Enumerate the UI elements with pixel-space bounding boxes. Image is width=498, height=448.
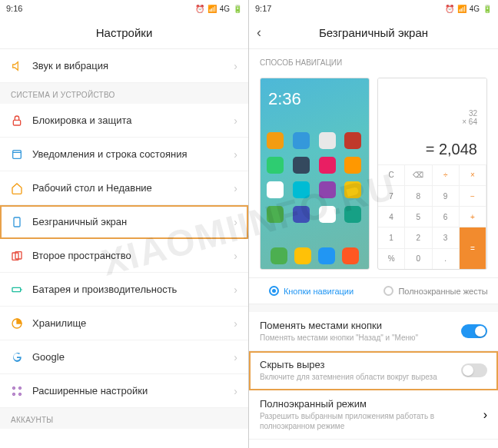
sound-icon xyxy=(11,60,32,72)
row-label: Хранилище xyxy=(32,317,234,329)
setting-fsmode[interactable]: Полноэкранный режим Разрешить выбранным … xyxy=(249,390,498,440)
row-label: Расширенные настройки xyxy=(32,385,234,397)
section-accounts: АККАУНТЫ xyxy=(0,408,248,429)
chevron-right-icon: › xyxy=(234,317,237,330)
signal-icon: 📶 xyxy=(457,5,466,13)
row-label: Безграничный экран xyxy=(32,216,234,227)
nav-gestures-option[interactable]: Полноэкранные жесты xyxy=(374,278,498,304)
setting-title: Поменять местами кнопки xyxy=(260,320,461,331)
notif-icon xyxy=(11,148,32,161)
fullscreen-icon xyxy=(11,216,32,228)
advanced-icon xyxy=(11,385,32,397)
chevron-right-icon: › xyxy=(234,284,237,296)
header-right: ‹ Безграничный экран xyxy=(249,17,498,49)
second-icon xyxy=(11,250,32,262)
radio-on-icon xyxy=(269,286,279,296)
row-sound[interactable]: Звук и вибрация › xyxy=(0,49,248,83)
status-time: 9:16 xyxy=(6,4,22,13)
signal-icon: 📶 xyxy=(208,5,217,13)
row-label: Батарея и производительность xyxy=(32,284,234,295)
network-label: 4G xyxy=(220,5,230,13)
chevron-right-icon: › xyxy=(234,182,237,194)
row-label: Звук и вибрация xyxy=(32,60,234,71)
header-left: Настройки xyxy=(0,17,248,49)
setting-subtitle: Включите для затемнения области вокруг в… xyxy=(260,372,461,382)
nav-method-options: Кнопки навигации Полноэкранные жесты xyxy=(249,277,498,304)
section-system: СИСТЕМА И УСТРОЙСТВО xyxy=(0,83,248,104)
settings-screen: 9:16 ⏰ 📶 4G 🔋 Настройки Звук и вибрация … xyxy=(0,0,249,448)
chevron-right-icon: › xyxy=(234,148,237,161)
setting-subtitle: Поменять местами кнопки "Назад" и "Меню" xyxy=(260,333,461,343)
svg-rect-0 xyxy=(13,120,20,125)
svg-rect-3 xyxy=(14,217,20,227)
toggle-swap[interactable] xyxy=(461,324,487,338)
battery-icon xyxy=(11,284,32,296)
storage-icon xyxy=(11,317,32,330)
setting-hidecutout[interactable]: Скрыть вырез Включите для затемнения обл… xyxy=(249,351,498,390)
row-label: Рабочий стол и Недавние xyxy=(32,182,234,194)
row-storage[interactable]: Хранилище › xyxy=(0,307,248,340)
row-label: Уведомления и строка состояния xyxy=(32,148,234,160)
alarm-icon: ⏰ xyxy=(195,5,204,13)
battery-icon: 🔋 xyxy=(233,5,242,13)
svg-point-9 xyxy=(13,387,15,389)
google-icon xyxy=(11,351,32,363)
chevron-right-icon: › xyxy=(234,250,237,262)
row-label: Google xyxy=(32,351,234,363)
toggle-hidecutout[interactable] xyxy=(461,363,487,377)
preview-app-grid xyxy=(267,132,363,223)
back-button[interactable]: ‹ xyxy=(257,25,261,41)
row-battery[interactable]: Батарея и производительность › xyxy=(0,273,248,307)
setting-swap[interactable]: Поменять местами кнопки Поменять местами… xyxy=(249,312,498,351)
page-title: Безграничный экран xyxy=(319,26,428,39)
nav-method-label: СПОСОБ НАВИГАЦИИ xyxy=(249,49,498,73)
svg-rect-6 xyxy=(12,287,21,291)
statusbar-right: 9:17 ⏰ 📶 4G 🔋 xyxy=(249,0,498,17)
statusbar-left: 9:16 ⏰ 📶 4G 🔋 xyxy=(0,0,248,17)
page-title: Настройки xyxy=(96,26,153,39)
calc-keys: C⌫÷× 789− 456+ 123= %0. xyxy=(378,164,486,269)
row-google[interactable]: Google › xyxy=(0,340,248,374)
nav-buttons-option[interactable]: Кнопки навигации xyxy=(249,278,374,304)
row-label: Блокировка и защита xyxy=(32,114,234,126)
row-second[interactable]: Второе пространство › xyxy=(0,239,248,273)
setting-subtitle: Разрешить выбранным приложениям работать… xyxy=(260,411,483,431)
alarm-icon: ⏰ xyxy=(445,5,454,13)
fullscreen-settings-screen: 9:17 ⏰ 📶 4G 🔋 ‹ Безграничный экран СПОСО… xyxy=(249,0,498,448)
preview-gestures[interactable]: 32× 64 = 2,048 C⌫÷× 789− 456+ 123= %0. xyxy=(377,78,487,270)
svg-rect-1 xyxy=(13,150,22,158)
svg-point-11 xyxy=(13,393,15,395)
status-time: 9:17 xyxy=(255,4,271,13)
network-label: 4G xyxy=(470,5,480,13)
setting-title: Скрыть вырез xyxy=(260,359,461,370)
lock-icon xyxy=(11,114,32,127)
setting-title: Полноэкранный режим xyxy=(260,398,483,410)
preview-dock xyxy=(267,247,363,264)
row-fullscreen[interactable]: Безграничный экран › xyxy=(0,205,248,239)
chevron-right-icon: › xyxy=(234,385,237,397)
home-icon xyxy=(11,182,32,194)
svg-point-12 xyxy=(19,393,22,395)
svg-point-10 xyxy=(19,387,22,389)
preview-nav-buttons[interactable]: 2:36 xyxy=(260,78,370,270)
row-label: Второе пространство xyxy=(32,250,234,261)
nav-previews: 2:36 32× 64 = 2,048 C⌫÷× 789− 456+ 123= xyxy=(249,73,498,277)
chevron-right-icon: › xyxy=(234,216,237,228)
preview-time: 2:36 xyxy=(268,89,301,109)
row-lock[interactable]: Блокировка и защита › xyxy=(0,104,248,138)
row-notif[interactable]: Уведомления и строка состояния › xyxy=(0,138,248,171)
chevron-right-icon: › xyxy=(234,60,237,72)
battery-icon: 🔋 xyxy=(483,5,492,13)
row-home[interactable]: Рабочий стол и Недавние › xyxy=(0,171,248,205)
chevron-right-icon: › xyxy=(234,114,237,127)
radio-off-icon xyxy=(383,286,393,296)
row-advanced[interactable]: Расширенные настройки › xyxy=(0,374,248,408)
chevron-right-icon: › xyxy=(483,408,487,422)
chevron-right-icon: › xyxy=(234,351,237,363)
